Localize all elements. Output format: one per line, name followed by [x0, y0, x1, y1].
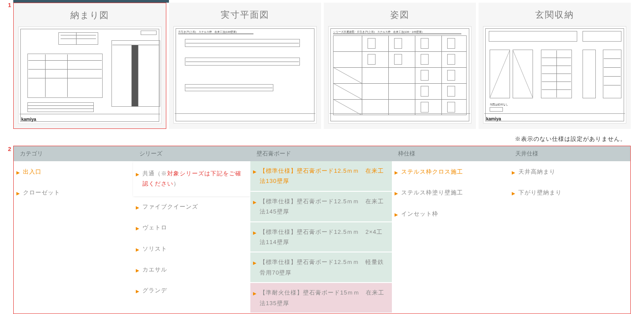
- series-item-caesar[interactable]: ▶ カエサル: [133, 259, 250, 280]
- kamiya-logo: kamiya: [486, 116, 501, 121]
- item-label: インセット枠: [401, 209, 438, 219]
- thumb-note: 当図は鏡付なし: [490, 103, 508, 107]
- thumbnail-sugata: シリーズ共通姿図・片引き戸(上吊) ステルス枠 在来工法(130・145壁厚): [328, 26, 472, 124]
- item-label: 共通（※対象シリーズは下記をご確認ください）: [142, 168, 247, 189]
- drawing-tabs-row: 1 納まり図 kamiya: [0, 3, 644, 129]
- kamiya-logo: kamiya: [21, 117, 36, 122]
- series-column: ▶ 共通（※対象シリーズは下記をご確認ください） ▶ ファイブクイーンズ ▶ ヴ…: [133, 161, 250, 314]
- filter-header-row: カテゴリ シリーズ 壁石膏ボード 枠仕様 天井仕様: [14, 146, 630, 161]
- caret-right-icon: ▶: [253, 198, 257, 206]
- tab-label: 納まり図: [14, 9, 166, 21]
- thumbnail-jissun: 片引き戸(上吊) ステルス枠 在来工法(130壁厚): [173, 26, 317, 124]
- thumbnail-genkan: 当図は鏡付なし kamiya: [483, 26, 626, 124]
- svg-line-3: [490, 50, 510, 98]
- board-column: ▶ 【標準仕様】壁石膏ボード12.5ｍｍ 在来工法130壁厚 ▶ 【標準仕様】壁…: [250, 161, 392, 314]
- tab-sugata[interactable]: 姿図 シリーズ共通姿図・片引き戸(上吊) ステルス枠 在来工法(130・145壁…: [324, 3, 476, 129]
- item-label: ステルス枠塗り壁施工: [401, 187, 463, 198]
- item-label: ヴェトロ: [142, 222, 167, 233]
- svg-line-2: [333, 99, 362, 115]
- category-item-entrance[interactable]: ▶ 出入口: [14, 161, 133, 182]
- category-column: ▶ 出入口 ▶ クローゼット: [14, 161, 133, 314]
- spec-note: ※表示のない仕様は設定がありません。: [0, 129, 644, 146]
- svg-line-4: [513, 50, 533, 98]
- svg-line-1: [333, 83, 362, 99]
- header-frame: 枠仕様: [392, 146, 509, 161]
- caret-right-icon: ▶: [395, 190, 399, 198]
- frame-item-inset[interactable]: ▶ インセット枠: [392, 203, 509, 224]
- tab-osamari[interactable]: 納まり図 kamiya: [13, 3, 166, 129]
- header-board: 壁石膏ボード: [250, 146, 392, 161]
- item-label: 【標準仕様】壁石膏ボード12.5ｍｍ 在来工法145壁厚: [260, 196, 388, 217]
- board-item-fire-135[interactable]: ▶ 【準耐火仕様】壁石膏ボード15ｍｍ 在来工法135壁厚: [250, 283, 392, 313]
- header-category: カテゴリ: [14, 146, 133, 161]
- caret-right-icon: ▶: [512, 190, 516, 198]
- ceiling-item-sagari[interactable]: ▶ 下がり壁納まり: [509, 182, 630, 203]
- caret-right-icon: ▶: [16, 190, 20, 198]
- caret-right-icon: ▶: [136, 225, 140, 233]
- header-series: シリーズ: [133, 146, 250, 161]
- item-label: クローゼット: [23, 187, 60, 198]
- item-label: 【標準仕様】壁石膏ボード12.5ｍｍ 軽量鉄骨用70壁厚: [260, 257, 388, 278]
- item-label: グランデ: [142, 285, 167, 295]
- item-label: ファイブクイーンズ: [142, 202, 198, 212]
- frame-column: ▶ ステルス枠クロス施工 ▶ ステルス枠塗り壁施工 ▶ インセット枠: [392, 161, 509, 314]
- item-label: ソリスト: [142, 244, 167, 254]
- series-item-common[interactable]: ▶ 共通（※対象シリーズは下記をご確認ください）: [133, 161, 250, 196]
- tab-label: 姿図: [324, 9, 476, 21]
- caret-right-icon: ▶: [253, 229, 257, 237]
- callout-2: 2: [8, 146, 11, 152]
- caret-right-icon: ▶: [395, 211, 399, 219]
- ceiling-item-height[interactable]: ▶ 天井高納まり: [509, 161, 630, 182]
- item-label: 天井高納まり: [518, 167, 556, 177]
- board-item-std-145[interactable]: ▶ 【標準仕様】壁石膏ボード12.5ｍｍ 在来工法145壁厚: [250, 192, 392, 221]
- caret-right-icon: ▶: [253, 290, 257, 298]
- frame-item-stealth-paint[interactable]: ▶ ステルス枠塗り壁施工: [392, 182, 509, 203]
- item-label: 下がり壁納まり: [518, 187, 562, 198]
- item-label: ステルス枠クロス施工: [401, 167, 463, 177]
- frame-item-stealth-cloth[interactable]: ▶ ステルス枠クロス施工: [392, 161, 509, 182]
- caret-right-icon: ▶: [136, 267, 140, 275]
- tab-genkan[interactable]: 玄関収納: [479, 3, 631, 129]
- item-label: 【準耐火仕様】壁石膏ボード15ｍｍ 在来工法135壁厚: [260, 287, 388, 308]
- series-item-grande[interactable]: ▶ グランデ: [133, 280, 250, 301]
- caret-right-icon: ▶: [136, 171, 140, 178]
- item-label: 【標準仕様】壁石膏ボード12.5ｍｍ 在来工法130壁厚: [260, 166, 388, 186]
- caret-right-icon: ▶: [136, 287, 140, 295]
- callout-1: 1: [8, 2, 11, 8]
- tab-jissun[interactable]: 実寸平面図 片引き戸(上吊) ステルス枠 在来工法(130壁厚): [169, 3, 321, 129]
- thumbnail-osamari: kamiya: [18, 27, 161, 124]
- item-label: 【標準仕様】壁石膏ボード12.5ｍｍ 2×4工法114壁厚: [260, 227, 388, 248]
- caret-right-icon: ▶: [512, 169, 516, 177]
- tab-label: 実寸平面図: [169, 9, 321, 21]
- tab-label: 玄関収納: [479, 9, 631, 21]
- board-item-std-70[interactable]: ▶ 【標準仕様】壁石膏ボード12.5ｍｍ 軽量鉄骨用70壁厚: [250, 252, 392, 282]
- ceiling-column: ▶ 天井高納まり ▶ 下がり壁納まり: [509, 161, 630, 314]
- board-item-std-114[interactable]: ▶ 【標準仕様】壁石膏ボード12.5ｍｍ 2×4工法114壁厚: [250, 222, 392, 252]
- item-label: カエサル: [142, 264, 167, 275]
- header-ceiling: 天井仕様: [509, 146, 630, 161]
- caret-right-icon: ▶: [253, 168, 257, 176]
- caret-right-icon: ▶: [136, 246, 140, 254]
- caret-right-icon: ▶: [16, 169, 20, 177]
- filter-panel: カテゴリ シリーズ 壁石膏ボード 枠仕様 天井仕様 ▶ 出入口 ▶ クローゼット: [13, 146, 631, 314]
- item-label: 出入口: [23, 167, 42, 177]
- category-item-closet[interactable]: ▶ クローゼット: [14, 182, 133, 203]
- caret-right-icon: ▶: [395, 169, 399, 177]
- series-item-fivequeens[interactable]: ▶ ファイブクイーンズ: [133, 196, 250, 217]
- svg-line-0: [333, 67, 362, 83]
- caret-right-icon: ▶: [253, 259, 257, 267]
- series-item-solist[interactable]: ▶ ソリスト: [133, 238, 250, 259]
- caret-right-icon: ▶: [136, 204, 140, 212]
- board-item-std-130[interactable]: ▶ 【標準仕様】壁石膏ボード12.5ｍｍ 在来工法130壁厚: [250, 161, 392, 191]
- series-item-vetro[interactable]: ▶ ヴェトロ: [133, 217, 250, 238]
